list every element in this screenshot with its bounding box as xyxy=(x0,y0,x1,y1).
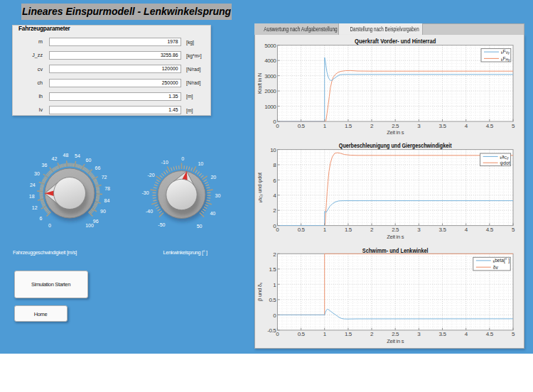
svg-text:-30: -30 xyxy=(142,190,149,195)
svg-text:-10: -10 xyxy=(161,160,168,165)
svg-text:40: 40 xyxy=(210,211,215,216)
svg-text:-50: -50 xyxy=(158,222,165,227)
svg-text:36: 36 xyxy=(42,163,48,168)
svg-text:66: 66 xyxy=(95,165,101,170)
svg-text:30: 30 xyxy=(215,193,221,198)
svg-text:20: 20 xyxy=(210,175,216,180)
svg-text:72: 72 xyxy=(102,175,107,180)
svg-text:54: 54 xyxy=(75,153,80,158)
svg-text:96: 96 xyxy=(93,219,99,224)
svg-text:18: 18 xyxy=(29,194,35,199)
svg-text:90: 90 xyxy=(100,209,106,214)
svg-text:-40: -40 xyxy=(146,209,153,214)
svg-text:78: 78 xyxy=(104,186,110,191)
svg-text:84: 84 xyxy=(104,198,110,203)
svg-text:50: 50 xyxy=(197,224,203,229)
svg-text:42: 42 xyxy=(52,156,58,161)
svg-text:100: 100 xyxy=(85,223,94,228)
svg-text:48: 48 xyxy=(63,153,69,158)
svg-text:12: 12 xyxy=(32,205,38,210)
svg-text:0: 0 xyxy=(181,156,184,161)
svg-text:30: 30 xyxy=(34,171,40,176)
svg-text:60: 60 xyxy=(86,158,92,163)
svg-text:10: 10 xyxy=(198,161,203,166)
svg-text:0: 0 xyxy=(48,223,51,228)
svg-text:6: 6 xyxy=(39,216,42,221)
svg-text:24: 24 xyxy=(30,183,36,187)
svg-text:-20: -20 xyxy=(147,173,154,178)
